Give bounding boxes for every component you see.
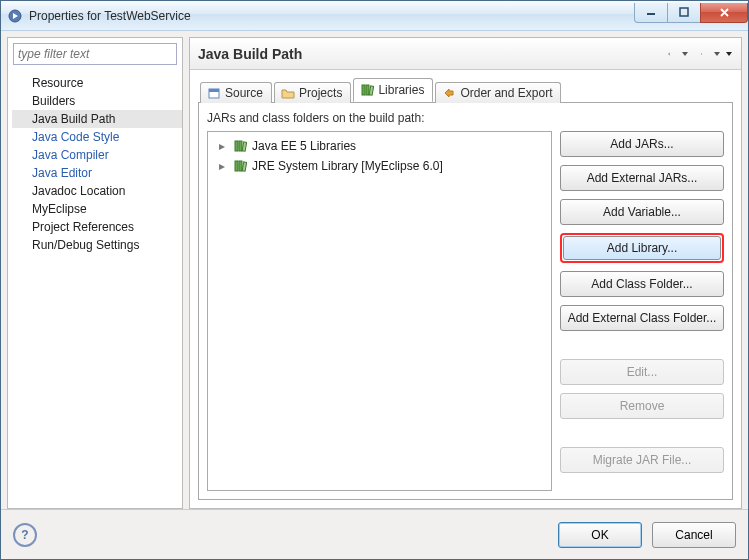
svg-rect-2	[680, 8, 688, 16]
category-tree[interactable]: ResourceBuildersJava Build PathJava Code…	[8, 70, 182, 258]
svg-rect-14	[239, 161, 242, 171]
filter-input[interactable]	[13, 43, 177, 65]
expand-icon[interactable]: ▸	[216, 159, 228, 173]
filter-wrap	[8, 38, 182, 70]
content-body: SourceProjectsLibrariesOrder and Export …	[190, 70, 741, 508]
tab-libraries[interactable]: Libraries	[353, 78, 433, 102]
migrate-jar-button: Migrate JAR File...	[560, 447, 724, 473]
add-external-class-folder-button[interactable]: Add External Class Folder...	[560, 305, 724, 331]
chevron-down-icon[interactable]	[725, 47, 733, 61]
main-area: ResourceBuildersJava Build PathJava Code…	[1, 31, 748, 509]
libraries-row: ▸Java EE 5 Libraries▸JRE System Library …	[207, 131, 724, 491]
tab-source[interactable]: Source	[200, 82, 272, 103]
minimize-button[interactable]	[634, 3, 668, 23]
cancel-button[interactable]: Cancel	[652, 522, 736, 548]
svg-rect-9	[370, 86, 375, 95]
tab-label: Projects	[299, 86, 342, 100]
window-title: Properties for TestWebService	[29, 9, 635, 23]
add-external-jars-button[interactable]: Add External JARs...	[560, 165, 724, 191]
properties-dialog: Properties for TestWebService ResourceBu…	[0, 0, 749, 560]
nav-arrows	[661, 46, 733, 62]
tab-order-and-export[interactable]: Order and Export	[435, 82, 561, 103]
library-item[interactable]: ▸Java EE 5 Libraries	[212, 136, 547, 156]
library-label: JRE System Library [MyEclipse 6.0]	[252, 159, 443, 173]
tab-label: Order and Export	[460, 86, 552, 100]
source-icon	[207, 86, 221, 100]
nav-back-button[interactable]	[661, 46, 677, 62]
tab-label: Source	[225, 86, 263, 100]
category-item[interactable]: Java Compiler	[12, 146, 182, 164]
library-icon	[232, 138, 248, 154]
category-item[interactable]: Project References	[12, 218, 182, 236]
edit-button: Edit...	[560, 359, 724, 385]
page-title: Java Build Path	[198, 46, 661, 62]
library-label: Java EE 5 Libraries	[252, 139, 356, 153]
projects-icon	[281, 86, 295, 100]
category-item[interactable]: Javadoc Location	[12, 182, 182, 200]
svg-rect-13	[235, 161, 238, 171]
add-variable-button[interactable]: Add Variable...	[560, 199, 724, 225]
expand-icon[interactable]: ▸	[216, 139, 228, 153]
category-item[interactable]: Resource	[12, 74, 182, 92]
category-item[interactable]: Run/Debug Settings	[12, 236, 182, 254]
chevron-down-icon[interactable]	[713, 47, 721, 61]
maximize-button[interactable]	[667, 3, 701, 23]
category-item[interactable]: MyEclipse	[12, 200, 182, 218]
category-item[interactable]: Java Editor	[12, 164, 182, 182]
libraries-buttons: Add JARs... Add External JARs... Add Var…	[560, 131, 724, 491]
content-header: Java Build Path	[190, 38, 741, 70]
libraries-tree[interactable]: ▸Java EE 5 Libraries▸JRE System Library …	[207, 131, 552, 491]
add-library-highlight: Add Library...	[560, 233, 724, 263]
category-panel: ResourceBuildersJava Build PathJava Code…	[7, 37, 183, 509]
dialog-footer: ? OK Cancel	[1, 509, 748, 559]
svg-rect-6	[209, 89, 219, 92]
tab-projects[interactable]: Projects	[274, 82, 351, 103]
libraries-description: JARs and class folders on the build path…	[207, 111, 724, 125]
dialog-body: ResourceBuildersJava Build PathJava Code…	[1, 31, 748, 559]
svg-rect-10	[235, 141, 238, 151]
button-spacer	[560, 427, 724, 439]
tab-label: Libraries	[378, 83, 424, 97]
order-icon	[442, 86, 456, 100]
help-icon[interactable]: ?	[13, 523, 37, 547]
ok-button[interactable]: OK	[558, 522, 642, 548]
library-item[interactable]: ▸JRE System Library [MyEclipse 6.0]	[212, 156, 547, 176]
libraries-icon	[360, 83, 374, 97]
app-icon	[7, 8, 23, 24]
category-item[interactable]: Builders	[12, 92, 182, 110]
category-item[interactable]: Java Code Style	[12, 128, 182, 146]
svg-rect-15	[242, 162, 247, 171]
window-controls	[635, 3, 748, 23]
content-panel: Java Build Path	[189, 37, 742, 509]
tab-strip: SourceProjectsLibrariesOrder and Export	[198, 78, 733, 102]
chevron-down-icon[interactable]	[681, 47, 689, 61]
svg-rect-7	[362, 85, 365, 95]
add-library-button[interactable]: Add Library...	[563, 236, 721, 260]
close-button[interactable]	[700, 3, 748, 23]
svg-rect-11	[239, 141, 242, 151]
add-jars-button[interactable]: Add JARs...	[560, 131, 724, 157]
libraries-tab-body: JARs and class folders on the build path…	[198, 102, 733, 500]
button-spacer	[560, 339, 724, 351]
remove-button: Remove	[560, 393, 724, 419]
svg-rect-12	[242, 142, 247, 151]
library-icon	[232, 158, 248, 174]
nav-forward-button[interactable]	[693, 46, 709, 62]
svg-rect-8	[366, 85, 369, 95]
titlebar: Properties for TestWebService	[1, 1, 748, 31]
add-class-folder-button[interactable]: Add Class Folder...	[560, 271, 724, 297]
category-item[interactable]: Java Build Path	[12, 110, 182, 128]
